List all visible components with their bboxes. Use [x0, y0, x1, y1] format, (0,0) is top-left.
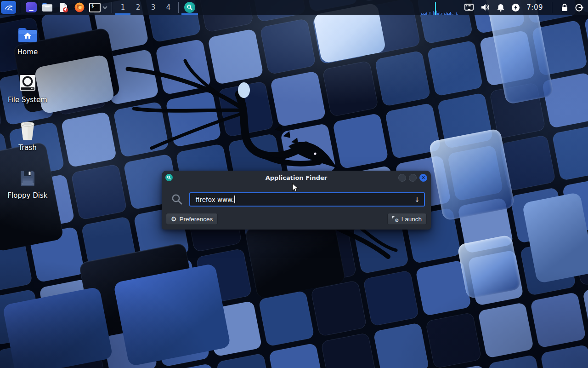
- workspace-2-label: 2: [136, 3, 141, 12]
- cpu-graph-bar: [446, 12, 447, 15]
- preferences-button[interactable]: ⚙ Preferences: [166, 213, 218, 225]
- desktop-icon-label: File System: [8, 96, 47, 104]
- cpu-graph-bar: [443, 12, 443, 15]
- home-folder-icon: [17, 23, 38, 47]
- cpu-graph-bar: [424, 14, 424, 15]
- text-editor-launcher[interactable]: [57, 1, 69, 13]
- panel-separator: [552, 2, 552, 13]
- volume-icon[interactable]: [481, 3, 490, 12]
- launch-icon: ⚙: [392, 216, 399, 222]
- arrow-down-icon[interactable]: ↓: [414, 196, 420, 203]
- top-panel: $_ 1 2 3 4: [0, 0, 588, 15]
- cpu-graph[interactable]: [421, 2, 458, 15]
- notification-bell-icon[interactable]: [497, 3, 505, 12]
- workspace-1-label: 1: [121, 3, 125, 12]
- panel-tray: 7:09: [421, 0, 588, 15]
- panel-separator: [112, 2, 112, 13]
- cpu-graph-bar: [434, 12, 435, 15]
- file-manager-launcher[interactable]: [41, 1, 53, 13]
- desktop-icon-label: Trash: [18, 144, 37, 152]
- application-finder-icon: [184, 2, 195, 13]
- power-manager-icon[interactable]: [511, 3, 520, 12]
- panel-launchers: [25, 1, 85, 13]
- desktop-icon-floppy-disk[interactable]: Floppy Disk: [6, 167, 50, 214]
- application-finder-icon: [165, 174, 173, 181]
- maximize-button[interactable]: [409, 174, 417, 182]
- terminal-app-icon: [26, 2, 37, 12]
- workspace-2[interactable]: 2: [130, 0, 146, 15]
- workspace-4[interactable]: 4: [161, 0, 176, 15]
- cpu-graph-bar: [437, 13, 438, 15]
- cpu-graph-bar: [452, 14, 453, 15]
- cpu-graph-bar: [455, 13, 455, 15]
- text-caret: [234, 196, 235, 203]
- desktop-icon-file-system[interactable]: File System: [6, 71, 50, 119]
- workspace-switcher: 1 2 3 4: [115, 0, 176, 15]
- floppy-disk-icon: [19, 167, 36, 190]
- cpu-graph-bar: [428, 13, 428, 15]
- search-input-value: firefox www.: [196, 196, 234, 203]
- taskbar-application-finder[interactable]: [181, 0, 198, 15]
- cpu-graph-bar: [422, 14, 423, 15]
- terminal-dropdown-launcher[interactable]: $_: [89, 3, 107, 12]
- search-row: firefox www. ↓: [162, 184, 431, 207]
- kali-menu-button[interactable]: [1, 1, 16, 14]
- cpu-graph-bar: [421, 13, 421, 15]
- cpu-graph-bar: [430, 12, 430, 15]
- cpu-graph-bar: [429, 14, 429, 15]
- gear-icon: ⚙: [171, 216, 177, 222]
- cpu-graph-bar: [425, 13, 426, 15]
- cpu-graph-bar: [432, 13, 432, 15]
- file-manager-icon: [41, 2, 53, 12]
- workspace-3[interactable]: 3: [146, 0, 161, 15]
- cpu-graph-bar: [444, 13, 444, 15]
- launch-label: Launch: [401, 216, 422, 223]
- preferences-label: Preferences: [180, 216, 213, 223]
- desktop-icons: Home File System: [6, 23, 50, 214]
- workspace-1[interactable]: 1: [115, 0, 130, 15]
- network-wired-icon[interactable]: [464, 3, 474, 12]
- cpu-graph-bar: [435, 2, 435, 15]
- cpu-graph-bar: [456, 12, 456, 15]
- search-icon: [171, 193, 183, 206]
- text-editor-icon: [58, 2, 69, 13]
- panel-separator: [20, 2, 20, 13]
- cpu-graph-bar: [441, 13, 442, 15]
- cpu-graph-bar: [436, 11, 437, 15]
- cpu-graph-bar: [440, 12, 440, 15]
- cpu-graph-bar: [450, 12, 451, 15]
- desktop-root: $_ 1 2 3 4: [0, 0, 588, 368]
- cpu-graph-bar: [448, 14, 449, 15]
- cpu-graph-bar: [426, 12, 427, 15]
- cpu-graph-bar: [433, 11, 433, 15]
- cpu-graph-bar: [438, 13, 439, 15]
- desktop-icon-trash[interactable]: Trash: [6, 119, 50, 167]
- cpu-graph-bar: [449, 13, 450, 15]
- panel-separator: [178, 2, 179, 13]
- titlebar[interactable]: Application Finder ✕: [162, 171, 431, 184]
- cpu-graph-bar: [431, 13, 431, 15]
- window-buttons: ✕: [398, 174, 427, 182]
- terminal-app-launcher[interactable]: [25, 1, 37, 13]
- logout-icon[interactable]: [575, 3, 583, 12]
- search-input[interactable]: firefox www. ↓: [189, 192, 425, 207]
- window-title: Application Finder: [162, 174, 431, 181]
- cpu-graph-bar: [423, 13, 424, 15]
- clock[interactable]: 7:09: [526, 3, 543, 12]
- desktop-icon-label: Floppy Disk: [8, 191, 48, 200]
- launch-button[interactable]: ⚙ Launch: [387, 213, 427, 225]
- workspace-4-label: 4: [166, 3, 171, 12]
- desktop-icon-home[interactable]: Home: [6, 23, 50, 71]
- cpu-graph-bar: [457, 14, 458, 15]
- chevron-down-icon[interactable]: [102, 6, 107, 9]
- lock-screen-icon[interactable]: [561, 3, 568, 12]
- hard-drive-icon: [19, 71, 36, 95]
- cpu-graph-bar: [445, 14, 446, 15]
- minimize-button[interactable]: [398, 174, 406, 182]
- kali-logo-icon: [4, 2, 14, 12]
- firefox-launcher[interactable]: [74, 1, 85, 13]
- close-button[interactable]: ✕: [419, 174, 427, 182]
- workspace-3-label: 3: [151, 3, 156, 12]
- wallpaper-cube: [457, 235, 522, 299]
- application-finder-window: Application Finder ✕ firefox www. ↓ ⚙ Pr…: [162, 171, 431, 230]
